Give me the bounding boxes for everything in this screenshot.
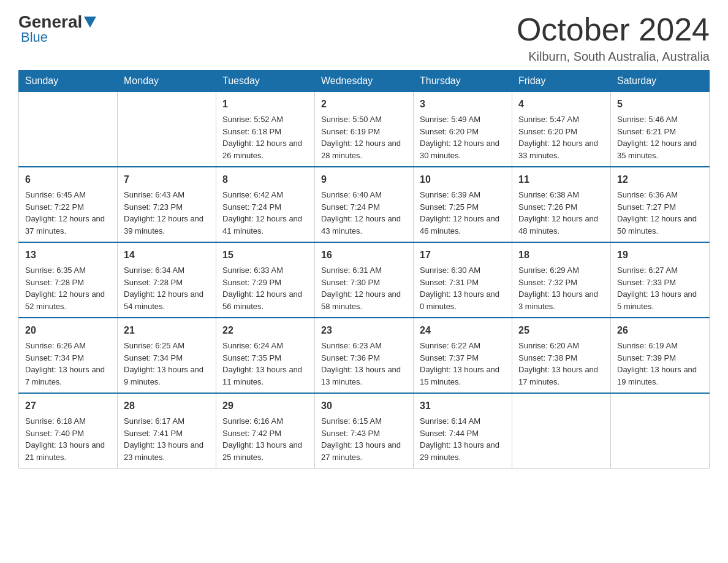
day-number: 5	[617, 97, 703, 112]
calendar-cell: 19Sunrise: 6:27 AMSunset: 7:33 PMDayligh…	[611, 242, 710, 318]
sunset-text: Sunset: 7:37 PM	[420, 353, 479, 362]
sunrise-text: Sunrise: 5:50 AM	[321, 115, 382, 124]
daylight-text: Daylight: 13 hours and 23 minutes.	[124, 440, 203, 462]
sunset-text: Sunset: 7:33 PM	[617, 278, 676, 287]
sunrise-text: Sunrise: 6:24 AM	[222, 341, 283, 350]
calendar-cell: 30Sunrise: 6:15 AMSunset: 7:43 PMDayligh…	[315, 393, 414, 469]
sunrise-text: Sunrise: 6:16 AM	[222, 416, 283, 426]
sunrise-text: Sunrise: 6:36 AM	[617, 190, 678, 199]
sunrise-text: Sunrise: 6:39 AM	[420, 190, 480, 199]
sunset-text: Sunset: 6:21 PM	[617, 127, 676, 136]
daylight-text: Daylight: 13 hours and 15 minutes.	[420, 365, 499, 386]
daylight-text: Daylight: 12 hours and 39 minutes.	[124, 214, 203, 236]
sunset-text: Sunset: 6:19 PM	[321, 127, 380, 136]
day-number: 7	[124, 172, 210, 187]
sunset-text: Sunset: 7:43 PM	[321, 429, 380, 438]
calendar-week-2: 6Sunrise: 6:45 AMSunset: 7:22 PMDaylight…	[19, 167, 710, 242]
daylight-text: Daylight: 13 hours and 9 minutes.	[124, 365, 203, 386]
calendar-cell: 3Sunrise: 5:49 AMSunset: 6:20 PMDaylight…	[414, 92, 512, 167]
calendar-cell: 21Sunrise: 6:25 AMSunset: 7:34 PMDayligh…	[118, 318, 216, 393]
sunset-text: Sunset: 7:29 PM	[222, 278, 281, 287]
calendar-cell: 16Sunrise: 6:31 AMSunset: 7:30 PMDayligh…	[315, 242, 414, 318]
sunrise-text: Sunrise: 6:17 AM	[124, 416, 184, 426]
daylight-text: Daylight: 12 hours and 50 minutes.	[617, 214, 697, 236]
sunrise-text: Sunrise: 6:20 AM	[518, 341, 579, 350]
day-number: 29	[222, 399, 308, 413]
sunset-text: Sunset: 7:34 PM	[124, 353, 183, 362]
sunset-text: Sunset: 7:30 PM	[321, 278, 380, 287]
daylight-text: Daylight: 12 hours and 33 minutes.	[518, 139, 598, 160]
calendar-cell: 8Sunrise: 6:42 AMSunset: 7:24 PMDaylight…	[216, 167, 315, 242]
calendar-cell: 26Sunrise: 6:19 AMSunset: 7:39 PMDayligh…	[611, 318, 710, 393]
calendar-cell: 14Sunrise: 6:34 AMSunset: 7:28 PMDayligh…	[118, 242, 216, 318]
calendar-cell: 29Sunrise: 6:16 AMSunset: 7:42 PMDayligh…	[216, 393, 315, 469]
calendar-cell: 31Sunrise: 6:14 AMSunset: 7:44 PMDayligh…	[414, 393, 512, 469]
day-number: 6	[25, 172, 111, 187]
sunrise-text: Sunrise: 6:38 AM	[518, 190, 579, 199]
day-number: 10	[420, 172, 506, 187]
calendar-cell: 5Sunrise: 5:46 AMSunset: 6:21 PMDaylight…	[611, 92, 710, 167]
sunset-text: Sunset: 7:22 PM	[25, 202, 84, 212]
page-header: General Blue October 2024 Kilburn, South…	[18, 12, 710, 64]
day-number: 30	[321, 399, 407, 413]
logo-blue-text: Blue	[21, 29, 48, 45]
sunrise-text: Sunrise: 6:26 AM	[25, 341, 86, 350]
sunset-text: Sunset: 6:20 PM	[518, 127, 577, 136]
day-number: 4	[518, 97, 604, 112]
sunrise-text: Sunrise: 6:23 AM	[321, 341, 382, 350]
calendar-cell: 6Sunrise: 6:45 AMSunset: 7:22 PMDaylight…	[19, 167, 118, 242]
column-header-wednesday: Wednesday	[315, 71, 414, 92]
calendar-week-3: 13Sunrise: 6:35 AMSunset: 7:28 PMDayligh…	[19, 242, 710, 318]
daylight-text: Daylight: 12 hours and 58 minutes.	[321, 289, 401, 311]
sunrise-text: Sunrise: 5:46 AM	[617, 115, 678, 124]
sunset-text: Sunset: 7:25 PM	[420, 202, 479, 212]
daylight-text: Daylight: 12 hours and 52 minutes.	[25, 289, 105, 311]
column-header-thursday: Thursday	[414, 71, 512, 92]
sunrise-text: Sunrise: 5:52 AM	[222, 115, 283, 124]
sunrise-text: Sunrise: 6:19 AM	[617, 341, 678, 350]
sunrise-text: Sunrise: 5:49 AM	[420, 115, 480, 124]
sunrise-text: Sunrise: 6:18 AM	[25, 416, 86, 426]
calendar-cell: 18Sunrise: 6:29 AMSunset: 7:32 PMDayligh…	[512, 242, 611, 318]
calendar-header: SundayMondayTuesdayWednesdayThursdayFrid…	[19, 71, 710, 92]
daylight-text: Daylight: 12 hours and 56 minutes.	[222, 289, 302, 311]
sunrise-text: Sunrise: 6:45 AM	[25, 190, 86, 199]
calendar-cell: 11Sunrise: 6:38 AMSunset: 7:26 PMDayligh…	[512, 167, 611, 242]
daylight-text: Daylight: 12 hours and 54 minutes.	[124, 289, 203, 311]
day-number: 13	[25, 248, 111, 262]
calendar-cell	[19, 92, 118, 167]
day-number: 25	[518, 323, 604, 338]
column-header-saturday: Saturday	[611, 71, 710, 92]
sunset-text: Sunset: 7:26 PM	[518, 202, 577, 212]
calendar-cell: 2Sunrise: 5:50 AMSunset: 6:19 PMDaylight…	[315, 92, 414, 167]
day-number: 26	[617, 323, 703, 338]
daylight-text: Daylight: 13 hours and 7 minutes.	[25, 365, 105, 386]
daylight-text: Daylight: 13 hours and 17 minutes.	[518, 365, 598, 386]
sunset-text: Sunset: 7:27 PM	[617, 202, 676, 212]
day-number: 17	[420, 248, 506, 262]
calendar-cell: 25Sunrise: 6:20 AMSunset: 7:38 PMDayligh…	[512, 318, 611, 393]
day-number: 12	[617, 172, 703, 187]
day-number: 11	[518, 172, 604, 187]
day-number: 22	[222, 323, 308, 338]
day-number: 28	[124, 399, 210, 413]
sunrise-text: Sunrise: 6:25 AM	[124, 341, 184, 350]
day-number: 19	[617, 248, 703, 262]
logo: General Blue	[18, 12, 98, 45]
sunset-text: Sunset: 7:31 PM	[420, 278, 479, 287]
logo-triangle-icon	[84, 17, 96, 28]
sunset-text: Sunset: 7:24 PM	[321, 202, 380, 212]
day-number: 20	[25, 323, 111, 338]
day-number: 14	[124, 248, 210, 262]
calendar-cell: 7Sunrise: 6:43 AMSunset: 7:23 PMDaylight…	[118, 167, 216, 242]
daylight-text: Daylight: 12 hours and 30 minutes.	[420, 139, 499, 160]
calendar-cell: 17Sunrise: 6:30 AMSunset: 7:31 PMDayligh…	[414, 242, 512, 318]
daylight-text: Daylight: 12 hours and 46 minutes.	[420, 214, 499, 236]
calendar-cell	[512, 393, 611, 469]
title-section: October 2024 Kilburn, South Australia, A…	[517, 12, 710, 64]
sunrise-text: Sunrise: 6:31 AM	[321, 266, 382, 275]
daylight-text: Daylight: 12 hours and 26 minutes.	[222, 139, 302, 160]
calendar-cell: 24Sunrise: 6:22 AMSunset: 7:37 PMDayligh…	[414, 318, 512, 393]
day-number: 24	[420, 323, 506, 338]
sunset-text: Sunset: 7:44 PM	[420, 429, 479, 438]
